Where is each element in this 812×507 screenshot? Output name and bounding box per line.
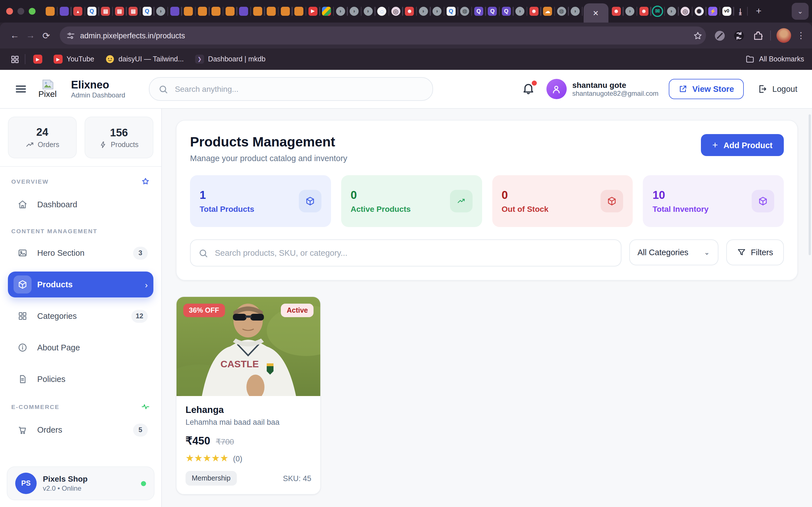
- pinned-tab[interactable]: [209, 2, 223, 21]
- pinned-tab[interactable]: Q: [499, 2, 513, 21]
- pinned-tab[interactable]: Q: [486, 2, 499, 21]
- bookmark-item[interactable]: daisyUI — Tailwind...: [101, 52, 188, 66]
- pinned-tab[interactable]: ✉: [651, 2, 665, 21]
- category-select[interactable]: All Categories ⌄: [629, 239, 718, 265]
- back-button[interactable]: ←: [7, 27, 22, 43]
- sidebar-item-dashboard[interactable]: Dashboard: [8, 191, 153, 217]
- sidebar-stat-card[interactable]: 156 Products: [85, 117, 153, 158]
- pinned-tab[interactable]: ✺: [692, 2, 706, 21]
- user-menu[interactable]: shantanu gote shantanugote82@gmail.com: [546, 79, 659, 99]
- pinned-tab[interactable]: [320, 2, 334, 21]
- pinned-tab[interactable]: ◗: [623, 2, 637, 21]
- pinned-tab[interactable]: [251, 2, 264, 21]
- pinned-tab[interactable]: [292, 2, 306, 21]
- pinned-tab[interactable]: [278, 2, 292, 21]
- minimize-window-button[interactable]: [17, 8, 24, 15]
- sync-extension-icon[interactable]: [732, 29, 746, 42]
- sidebar-item-orders[interactable]: Orders5: [8, 417, 153, 443]
- tab-close-icon[interactable]: ✕: [593, 9, 599, 17]
- active-tab[interactable]: ✕: [583, 3, 608, 22]
- pinned-tab[interactable]: [223, 2, 237, 21]
- adblocker-extension-icon[interactable]: [713, 29, 726, 42]
- pinned-tab[interactable]: [182, 2, 195, 21]
- pinned-tab[interactable]: ◎: [389, 2, 403, 21]
- address-bar[interactable]: admin.pixelperfects.in/products: [60, 26, 706, 45]
- pinned-tab[interactable]: [168, 2, 182, 21]
- tab-overflow-button[interactable]: ⌄: [792, 3, 809, 20]
- sidebar-item-categories[interactable]: Categories12: [8, 303, 153, 329]
- product-search-input[interactable]: [214, 248, 613, 258]
- pinned-tab[interactable]: ◗: [430, 2, 444, 21]
- pinned-tab[interactable]: Q: [472, 2, 486, 21]
- close-window-button[interactable]: [6, 8, 13, 15]
- bookmark-item[interactable]: ❯Dashboard | mkdb: [191, 52, 270, 66]
- pinned-tab[interactable]: ◗: [568, 2, 582, 21]
- view-store-button[interactable]: View Store: [669, 79, 744, 99]
- product-search[interactable]: [190, 239, 621, 267]
- pinned-tab[interactable]: ▶: [306, 2, 320, 21]
- sidebar-item-about-page[interactable]: About Page: [8, 335, 153, 360]
- pinned-tab[interactable]: ☁: [541, 2, 555, 21]
- sidebar-item-hero-section[interactable]: Hero Section3: [8, 240, 153, 266]
- pulse-icon[interactable]: [141, 402, 150, 411]
- pinned-tab[interactable]: ☻: [637, 2, 651, 21]
- bookmark-item[interactable]: ▶YouTube: [49, 52, 99, 66]
- pinned-tab[interactable]: [43, 2, 57, 21]
- pinned-tab[interactable]: ◗: [513, 2, 527, 21]
- menu-hamburger-icon[interactable]: [11, 79, 31, 99]
- pinned-tab[interactable]: ⚡: [706, 2, 720, 21]
- new-tab-button[interactable]: +: [751, 3, 767, 19]
- bookmark-item[interactable]: ▶: [29, 52, 47, 66]
- sidebar-item-products[interactable]: Products›: [8, 272, 153, 297]
- add-product-button[interactable]: + Add Product: [701, 134, 784, 156]
- global-search-input[interactable]: [174, 84, 423, 94]
- pinned-tab[interactable]: Q: [444, 2, 458, 21]
- pinned-tab[interactable]: ▤: [126, 2, 140, 21]
- sidebar-item-policies[interactable]: Policies: [8, 366, 153, 392]
- pinned-tab[interactable]: [237, 2, 251, 21]
- bookmark-star-icon[interactable]: [693, 31, 703, 40]
- pinned-tab[interactable]: ◍: [458, 2, 472, 21]
- pinned-tab[interactable]: v0: [720, 2, 733, 21]
- filters-button[interactable]: Filters: [726, 239, 784, 265]
- scrollbar[interactable]: [809, 114, 811, 255]
- pinned-tab[interactable]: ☻: [403, 2, 416, 21]
- pinned-tab[interactable]: ◗: [347, 2, 361, 21]
- pinned-tab[interactable]: ▤: [112, 2, 126, 21]
- pinned-tab[interactable]: Q: [85, 2, 99, 21]
- pinned-tab[interactable]: [264, 2, 278, 21]
- shop-status-card[interactable]: PS Pixels Shop v2.0 • Online: [7, 466, 154, 500]
- apps-grid-icon[interactable]: [8, 52, 21, 66]
- forward-button[interactable]: →: [22, 27, 38, 43]
- pinned-tab[interactable]: Q: [140, 2, 154, 21]
- zoom-window-button[interactable]: [29, 8, 36, 15]
- logout-button[interactable]: Logout: [754, 83, 801, 95]
- pinned-tab[interactable]: [195, 2, 209, 21]
- pinned-tab[interactable]: ◗: [665, 2, 678, 21]
- pinned-tab[interactable]: ◗: [334, 2, 347, 21]
- pinned-tab[interactable]: ◍: [555, 2, 568, 21]
- extensions-puzzle-icon[interactable]: [751, 29, 765, 42]
- notifications-button[interactable]: [522, 82, 536, 96]
- star-icon[interactable]: [141, 177, 150, 186]
- url-text[interactable]: admin.pixelperfects.in/products: [80, 31, 688, 40]
- all-bookmarks-button[interactable]: All Bookmarks: [746, 55, 804, 64]
- sidebar-stat-card[interactable]: 24 Orders: [8, 117, 77, 158]
- pinned-tab[interactable]: ◗: [416, 2, 430, 21]
- pinned-tab[interactable]: ▤: [99, 2, 112, 21]
- site-settings-icon[interactable]: [66, 31, 75, 40]
- browser-profile-avatar[interactable]: [776, 28, 791, 43]
- pinned-tab[interactable]: ◌: [375, 2, 389, 21]
- pinned-tab[interactable]: ◗: [361, 2, 375, 21]
- pinned-tab[interactable]: ⭳: [733, 2, 748, 21]
- pinned-tab[interactable]: ▲: [71, 2, 85, 21]
- pinned-tab[interactable]: ☻: [527, 2, 541, 21]
- pinned-tab[interactable]: [57, 2, 71, 21]
- reload-button[interactable]: ⟳: [38, 27, 54, 43]
- pinned-tab[interactable]: ◗: [154, 2, 168, 21]
- product-card[interactable]: CASTLE 36% OFF Active Lehanga Lehamha ma…: [176, 296, 321, 495]
- pinned-tab[interactable]: ◎: [678, 2, 692, 21]
- global-search[interactable]: [149, 77, 433, 101]
- browser-menu-icon[interactable]: ⋮: [797, 31, 805, 41]
- pinned-tab[interactable]: ☻: [609, 2, 623, 21]
